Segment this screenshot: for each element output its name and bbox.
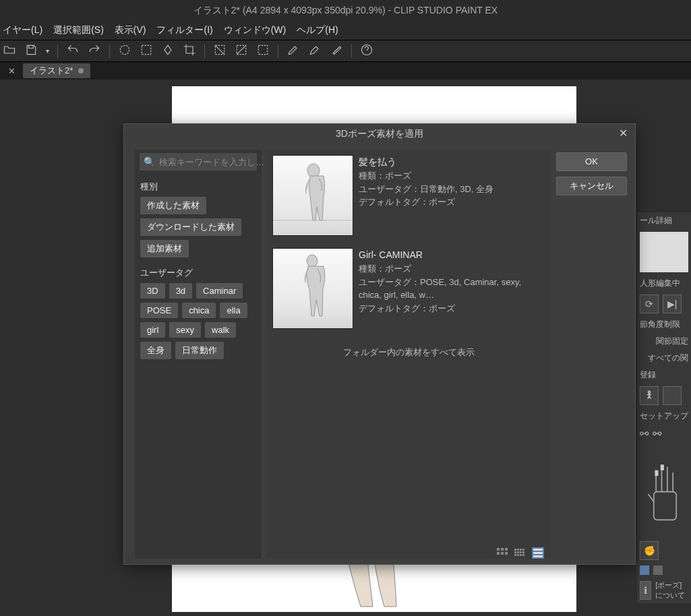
menu-select[interactable]: 選択範囲(S) bbox=[53, 24, 104, 36]
link-icon[interactable]: ⚯ bbox=[640, 427, 649, 440]
brush-icon[interactable] bbox=[308, 43, 322, 59]
select-none-icon[interactable] bbox=[213, 43, 227, 59]
info-icon: ℹ bbox=[640, 581, 651, 600]
thumbnail bbox=[272, 155, 353, 236]
cancel-button[interactable]: キャンセル bbox=[556, 177, 627, 195]
toolbar: ▾ bbox=[0, 40, 691, 62]
separator bbox=[109, 44, 110, 58]
dialog-titlebar: 3Dポーズ素材を適用 ✕ bbox=[124, 124, 635, 144]
rotation-icon[interactable]: ⟳ bbox=[640, 295, 659, 313]
chip-downloaded[interactable]: ダウンロードした素材 bbox=[140, 218, 241, 236]
apply-3d-pose-dialog: 3Dポーズ素材を適用 ✕ 🔍 種別 作成した素材 ダウンロードした素材 追加素材… bbox=[123, 123, 636, 565]
chip-ella[interactable]: ella bbox=[220, 303, 247, 318]
svg-rect-4 bbox=[258, 45, 267, 54]
list-item[interactable]: Girl- CAMINAR 種類：ポーズ ユーザータグ：POSE, 3d, Ca… bbox=[272, 248, 545, 329]
search-icon: 🔍 bbox=[144, 156, 155, 167]
separator bbox=[278, 44, 278, 58]
help-icon[interactable] bbox=[360, 43, 373, 59]
result-kind: 種類：ポーズ bbox=[359, 262, 545, 276]
select-grow-icon[interactable] bbox=[235, 43, 248, 59]
chip-sexy[interactable]: sexy bbox=[169, 322, 201, 338]
marker-icon[interactable] bbox=[330, 43, 343, 59]
chip-daily[interactable]: 日常動作 bbox=[175, 342, 224, 359]
info-row[interactable]: ℹ [ポーズ]について bbox=[640, 580, 688, 600]
view-list-icon[interactable] bbox=[532, 541, 545, 553]
separator bbox=[204, 44, 205, 58]
section-type-label: 種別 bbox=[140, 181, 256, 193]
tabbar: ✕ イラスト2* bbox=[0, 62, 691, 80]
menu-filter[interactable]: フィルター(I) bbox=[156, 24, 212, 36]
tab-modified-dot-icon bbox=[78, 68, 84, 73]
chip-fullbody[interactable]: 全身 bbox=[140, 342, 171, 359]
list-item[interactable]: 髪を払う 種類：ポーズ ユーザータグ：日常動作, 3D, 全身 デフォルトタグ：… bbox=[272, 155, 545, 236]
close-icon[interactable]: ✕ bbox=[616, 127, 630, 140]
undo-icon[interactable] bbox=[66, 43, 80, 59]
result-title: Girl- CAMINAR bbox=[359, 248, 545, 262]
result-meta: 髪を払う 種類：ポーズ ユーザータグ：日常動作, 3D, 全身 デフォルトタグ：… bbox=[359, 155, 545, 236]
search-field[interactable]: 🔍 bbox=[139, 152, 258, 171]
menu-window[interactable]: ウィンドウ(W) bbox=[224, 24, 287, 36]
tab-label: イラスト2* bbox=[30, 65, 73, 77]
redo-icon[interactable] bbox=[88, 43, 101, 59]
dropdown-icon[interactable]: ▾ bbox=[46, 47, 49, 55]
chip-3d-lower[interactable]: 3d bbox=[169, 283, 192, 299]
svg-point-0 bbox=[120, 45, 129, 54]
chip-created[interactable]: 作成した素材 bbox=[140, 197, 206, 214]
model-preview bbox=[640, 232, 688, 272]
tool-property-panel: ール詳細 人形編集中 ⟳ ▶| 節角度制限 関節固定 すべての関 登録 セットア… bbox=[637, 212, 691, 603]
result-deftags: デフォルトタグ：ポーズ bbox=[359, 302, 545, 315]
chip-pose[interactable]: POSE bbox=[140, 303, 178, 318]
grab-icon[interactable]: ✊ bbox=[640, 541, 659, 560]
play-icon[interactable]: ▶| bbox=[663, 295, 682, 313]
select-all-icon[interactable] bbox=[256, 43, 270, 59]
chip-caminar[interactable]: Caminar bbox=[196, 283, 243, 299]
menubar: イヤー(L) 選択範囲(S) 表示(V) フィルター(I) ウィンドウ(W) ヘ… bbox=[0, 20, 691, 40]
select-rotate-icon[interactable] bbox=[161, 43, 175, 59]
separator bbox=[351, 44, 352, 58]
section-usertag-label: ユーザータグ bbox=[140, 267, 256, 279]
thumbnail bbox=[272, 248, 353, 329]
blue-swatch[interactable] bbox=[640, 565, 649, 575]
menu-view[interactable]: 表示(V) bbox=[115, 24, 146, 36]
result-deftags: デフォルトタグ：ポーズ bbox=[359, 195, 545, 209]
dialog-buttons: OK キャンセル bbox=[556, 150, 627, 559]
document-tab[interactable]: イラスト2* bbox=[23, 63, 90, 78]
chip-girl[interactable]: girl bbox=[140, 322, 165, 338]
save-icon[interactable] bbox=[24, 43, 38, 59]
register-label: 登録 bbox=[640, 369, 688, 381]
joint-limit-label: 節角度制限 bbox=[640, 319, 688, 330]
view-small-grid-icon[interactable] bbox=[514, 541, 528, 553]
svg-rect-8 bbox=[655, 470, 658, 476]
chip-chica[interactable]: chica bbox=[182, 303, 216, 318]
unlink-icon[interactable]: ⚯ bbox=[653, 427, 661, 440]
result-kind: 種類：ポーズ bbox=[359, 169, 545, 183]
select-dashed-icon[interactable] bbox=[118, 43, 131, 59]
result-list: 髪を払う 種類：ポーズ ユーザータグ：日常動作, 3D, 全身 デフォルトタグ：… bbox=[267, 150, 551, 559]
empty-slot bbox=[663, 386, 682, 405]
menu-help[interactable]: ヘルプ(H) bbox=[297, 24, 338, 36]
chip-3d-upper[interactable]: 3D bbox=[140, 283, 165, 299]
select-rect-icon[interactable] bbox=[140, 43, 153, 59]
crop-icon[interactable] bbox=[183, 43, 196, 59]
pen-icon[interactable] bbox=[287, 43, 300, 59]
chip-walk[interactable]: walk bbox=[205, 322, 236, 338]
type-chips: 作成した素材 ダウンロードした素材 追加素材 bbox=[135, 197, 262, 263]
svg-point-12 bbox=[307, 255, 318, 267]
result-title: 髪を払う bbox=[359, 155, 545, 169]
ok-button[interactable]: OK bbox=[556, 152, 627, 171]
menu-layer[interactable]: イヤー(L) bbox=[3, 24, 42, 36]
svg-rect-1 bbox=[142, 45, 150, 54]
view-large-grid-icon[interactable] bbox=[497, 541, 510, 553]
gray-swatch[interactable] bbox=[653, 565, 663, 575]
close-tab-icon[interactable]: ✕ bbox=[0, 66, 23, 76]
open-icon[interactable] bbox=[3, 43, 16, 59]
hand-diagram[interactable] bbox=[640, 445, 687, 536]
svg-point-10 bbox=[307, 164, 320, 177]
chip-added[interactable]: 追加素材 bbox=[140, 240, 189, 257]
svg-point-6 bbox=[649, 391, 651, 393]
pose-icon[interactable] bbox=[640, 386, 659, 405]
all-joint-label: すべての関 bbox=[640, 352, 688, 364]
show-all-link[interactable]: フォルダー内の素材をすべて表示 bbox=[272, 346, 545, 359]
separator bbox=[57, 44, 58, 58]
search-input[interactable] bbox=[159, 157, 272, 167]
